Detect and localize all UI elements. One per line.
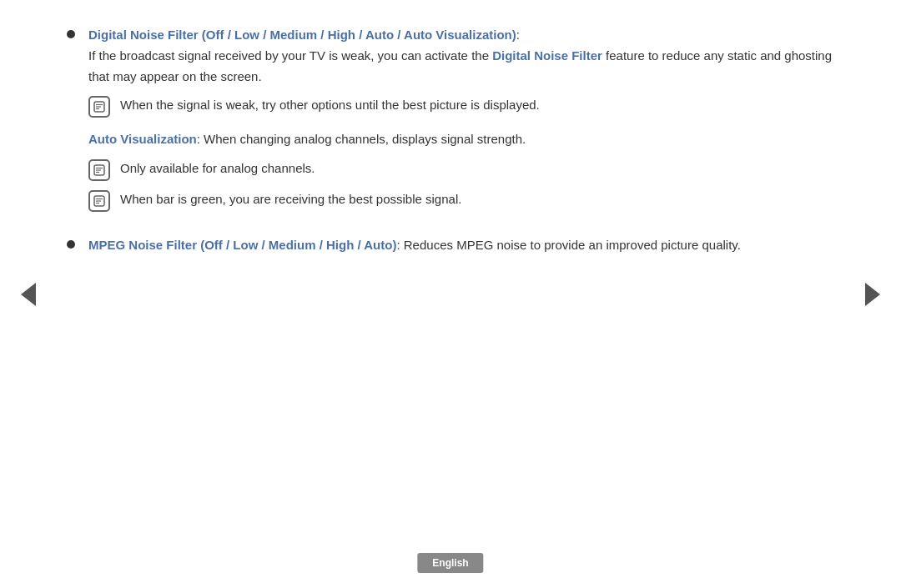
description-before: If the broadcast signal received by your… <box>88 48 492 63</box>
right-arrow-icon <box>865 283 880 306</box>
sub-note-text-2: When bar is green, you are receiving the… <box>120 189 461 210</box>
main-content: Digital Noise Filter (Off / Low / Medium… <box>0 0 901 296</box>
digital-noise-filter-title: Digital Noise Filter (Off / Low / Medium… <box>88 28 516 42</box>
note-text: When the signal is weak, try other optio… <box>120 95 540 116</box>
language-button[interactable]: English <box>417 553 483 573</box>
note-icon <box>88 96 110 118</box>
description-link: Digital Noise Filter <box>492 48 602 63</box>
note-block: When the signal is weak, try other optio… <box>88 95 834 118</box>
sub-note-block-1: Only available for analog channels. <box>88 158 834 181</box>
left-arrow-icon <box>21 283 36 306</box>
footer-bar: English <box>417 553 483 573</box>
title-suffix: : <box>516 28 520 42</box>
sub-note-block-2: When bar is green, you are receiving the… <box>88 189 834 212</box>
list-item-2: MPEG Noise Filter (Off / Low / Medium / … <box>67 235 834 256</box>
nav-arrow-right[interactable] <box>861 283 884 306</box>
note-icon-2 <box>88 159 110 181</box>
nav-arrow-left[interactable] <box>17 283 40 306</box>
auto-vis-suffix: : When changing analog channels, display… <box>197 132 526 146</box>
auto-vis-section: Auto Visualization: When changing analog… <box>88 129 834 150</box>
list-item: Digital Noise Filter (Off / Low / Medium… <box>67 25 834 220</box>
mpeg-title-suffix: : Reduces MPEG noise to provide an impro… <box>396 238 740 252</box>
bullet-dot-2 <box>67 240 75 249</box>
bullet-content: Digital Noise Filter (Off / Low / Medium… <box>88 25 834 220</box>
bullet-dot <box>67 30 75 38</box>
auto-vis-label: Auto Visualization <box>88 132 197 146</box>
note-icon-3 <box>88 190 110 212</box>
bullet-content-2: MPEG Noise Filter (Off / Low / Medium / … <box>88 235 834 256</box>
mpeg-noise-filter-title: MPEG Noise Filter (Off / Low / Medium / … <box>88 238 396 252</box>
sub-note-text-1: Only available for analog channels. <box>120 158 315 179</box>
content-list: Digital Noise Filter (Off / Low / Medium… <box>67 25 834 256</box>
